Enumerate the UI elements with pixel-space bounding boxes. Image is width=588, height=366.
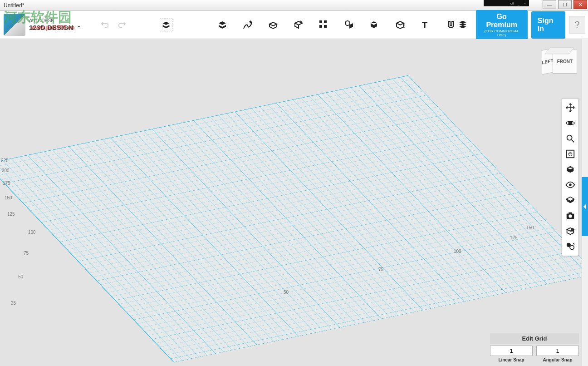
- text-tool-icon[interactable]: T: [419, 19, 432, 31]
- browser-mini-tab: cit _ ×: [484, 0, 529, 6]
- axis-label: 50: [18, 274, 23, 279]
- construct-tool-icon[interactable]: [267, 19, 279, 31]
- axis-label: 125: [7, 212, 15, 217]
- materials-button[interactable]: [457, 19, 469, 31]
- materials-select-icon[interactable]: [563, 224, 578, 238]
- axis-label: 100: [454, 249, 461, 254]
- axis-label: 175: [3, 181, 10, 186]
- axis-label: 50: [284, 290, 289, 295]
- mini-tab-min-icon[interactable]: _: [516, 1, 521, 5]
- svg-rect-0: [319, 20, 322, 23]
- zoom-tool-icon[interactable]: [563, 131, 578, 146]
- svg-point-15: [570, 245, 574, 249]
- axis-label: 75: [378, 267, 383, 272]
- view-cube[interactable]: LEFT FRONT: [546, 45, 577, 75]
- measure-tool-icon[interactable]: [394, 19, 407, 31]
- pattern-tool-icon[interactable]: [318, 19, 330, 31]
- undo-button[interactable]: [99, 20, 110, 30]
- app-logo-icon: [4, 14, 25, 36]
- transform-tool-icon[interactable]: [160, 19, 172, 31]
- mini-tab-close-icon[interactable]: ×: [523, 1, 527, 5]
- svg-text:T: T: [422, 20, 427, 30]
- navigation-toolbar: [562, 98, 579, 256]
- axis-label: 225: [1, 158, 9, 163]
- app-menu-chevron-icon[interactable]: ⌄: [76, 21, 82, 29]
- ground-grid: [0, 75, 582, 362]
- sign-in-button[interactable]: Sign In: [531, 11, 565, 39]
- snap-panel: Edit Grid Linear Snap Angular Snap: [490, 333, 579, 362]
- svg-point-10: [569, 183, 572, 186]
- svg-point-4: [345, 21, 350, 25]
- orbit-tool-icon[interactable]: [563, 116, 578, 130]
- linear-snap-input[interactable]: [490, 346, 533, 356]
- grid-toggle-icon[interactable]: [563, 193, 578, 208]
- window-close-button[interactable]: ✕: [573, 0, 587, 9]
- axis-label: 100: [28, 230, 36, 235]
- visibility-icon[interactable]: [563, 178, 578, 192]
- svg-rect-2: [319, 25, 322, 28]
- window-minimize-button[interactable]: —: [543, 0, 556, 9]
- go-premium-sublabel: (FOR COMMERCIAL USE): [482, 29, 521, 37]
- help-button[interactable]: ?: [569, 16, 585, 34]
- brand-company: AUTODESK: [29, 18, 74, 24]
- angular-snap-label: Angular Snap: [536, 357, 579, 362]
- redo-button[interactable]: [117, 20, 128, 30]
- main-toolbar: AUTODESK 123D DESIGN ⌄ T Go Premium (FOR…: [0, 11, 588, 39]
- go-premium-label: Go Premium: [482, 13, 521, 29]
- grouping-tool-icon[interactable]: [343, 19, 356, 31]
- pan-tool-icon[interactable]: [563, 100, 578, 115]
- screenshot-icon[interactable]: [563, 208, 578, 223]
- axis-label: 200: [2, 168, 10, 173]
- home-view-icon[interactable]: [563, 162, 578, 177]
- sketch-tool-icon[interactable]: [241, 19, 254, 31]
- go-premium-button[interactable]: Go Premium (FOR COMMERCIAL USE): [476, 10, 528, 40]
- brand-product: 123D DESIGN: [29, 24, 74, 31]
- axis-label: 25: [11, 301, 16, 306]
- svg-rect-13: [568, 213, 572, 214]
- combine-tool-icon[interactable]: [368, 19, 381, 31]
- axis-label: 125: [510, 235, 518, 240]
- window-titlebar: Untitled* cit _ × — ☐ ✕: [0, 0, 588, 11]
- snap-tool-icon[interactable]: [445, 19, 457, 31]
- choose-material-icon[interactable]: [563, 239, 578, 254]
- window-maximize-button[interactable]: ☐: [558, 0, 572, 9]
- linear-snap-label: Linear Snap: [490, 357, 533, 362]
- mini-tab-label: cit: [510, 1, 514, 5]
- axis-label: 150: [526, 225, 534, 230]
- right-panel-collapse-tab[interactable]: [582, 177, 588, 236]
- viewport-3d[interactable]: 25 50 75 100 125 150 175 200 225 50 75 1…: [0, 39, 582, 366]
- edit-grid-button[interactable]: Edit Grid: [490, 333, 579, 344]
- svg-point-8: [567, 135, 572, 140]
- primitives-tool-icon[interactable]: [216, 19, 229, 31]
- app-menu[interactable]: AUTODESK 123D DESIGN ⌄: [0, 14, 85, 36]
- fit-tool-icon[interactable]: [563, 147, 578, 161]
- svg-point-12: [568, 214, 572, 218]
- axis-label: 75: [24, 251, 29, 256]
- app-logo-text: AUTODESK 123D DESIGN: [29, 18, 74, 32]
- svg-rect-1: [324, 20, 327, 23]
- svg-rect-3: [324, 25, 327, 28]
- axis-label: 150: [5, 195, 12, 200]
- modify-tool-icon[interactable]: [292, 19, 305, 31]
- angular-snap-input[interactable]: [536, 346, 579, 356]
